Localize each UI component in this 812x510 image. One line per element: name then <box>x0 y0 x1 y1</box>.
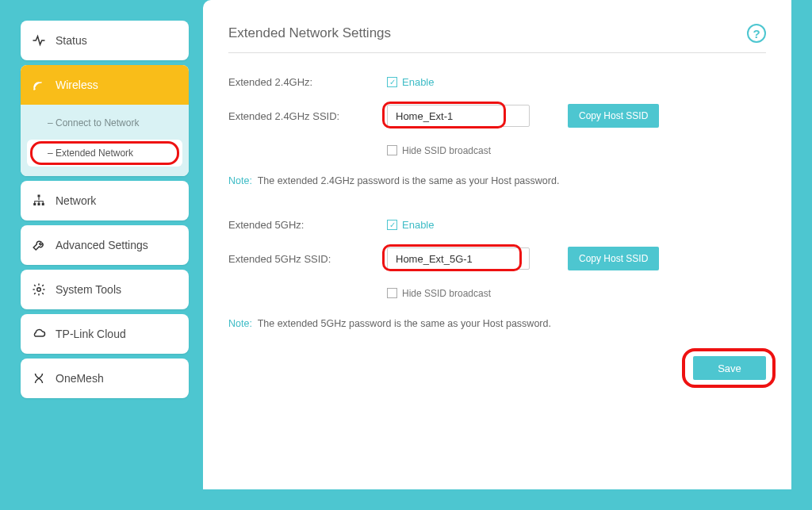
sidebar-subitems-wireless: – Connect to Network – Extended Network <box>21 105 189 176</box>
svg-rect-4 <box>42 203 44 205</box>
checkbox-hide-5[interactable]: ✓ Hide SSID broadcast <box>387 288 491 299</box>
check-icon: ✓ <box>387 145 397 155</box>
sidebar-label-system-tools: System Tools <box>56 283 121 296</box>
cloud-icon <box>32 327 46 341</box>
label-ssid-5: Extended 5GHz SSID: <box>228 253 387 265</box>
sidebar-label-cloud: TP-Link Cloud <box>56 328 126 340</box>
label-ssid-24: Extended 2.4GHz SSID: <box>228 110 387 122</box>
sidebar-item-system-tools[interactable]: System Tools <box>21 270 189 309</box>
page-title: Extended Network Settings <box>228 25 391 41</box>
checkbox-enable-24[interactable]: ✓ Enable <box>387 76 434 88</box>
section-24ghz: Extended 2.4GHz: ✓ Enable Extended 2.4GH… <box>228 71 766 186</box>
sidebar-item-status[interactable]: Status <box>21 21 189 60</box>
wrench-icon <box>32 238 46 252</box>
sidebar-label-wireless: Wireless <box>56 79 98 91</box>
sidebar-label-network: Network <box>56 194 96 207</box>
section-5ghz: Extended 5GHz: ✓ Enable Extended 5GHz SS… <box>228 213 766 329</box>
input-ssid-5[interactable] <box>387 247 530 270</box>
onemesh-icon <box>32 371 46 385</box>
sidebar-label-advanced: Advanced Settings <box>56 239 148 251</box>
svg-rect-2 <box>33 203 36 205</box>
sidebar-item-wireless: Wireless – Connect to Network – Extended… <box>21 65 189 176</box>
check-icon: ✓ <box>387 288 397 298</box>
sidebar-label-onemesh: OneMesh <box>56 372 104 385</box>
sidebar-row-wireless[interactable]: Wireless <box>21 65 189 105</box>
svg-point-5 <box>37 288 41 292</box>
status-icon <box>32 33 46 48</box>
input-ssid-24[interactable] <box>387 105 530 127</box>
sidebar-item-cloud[interactable]: TP-Link Cloud <box>21 314 189 354</box>
sidebar-item-onemesh[interactable]: OneMesh <box>21 359 189 398</box>
sidebar-sub-extended[interactable]: – Extended Network <box>27 140 182 167</box>
copy-host-ssid-5-button[interactable]: Copy Host SSID <box>568 247 659 270</box>
main-panel: Extended Network Settings ? Extended 2.4… <box>203 0 791 489</box>
sidebar: Status Wireless – Connect to Network – E… <box>21 0 189 489</box>
note-5: Note: The extended 5GHz password is the … <box>228 318 766 329</box>
note-24: Note: The extended 2.4GHz password is th… <box>228 175 766 186</box>
sidebar-item-advanced[interactable]: Advanced Settings <box>21 225 189 265</box>
checkbox-enable-5[interactable]: ✓ Enable <box>387 219 434 231</box>
network-icon <box>32 194 46 208</box>
sidebar-sub-connect[interactable]: – Connect to Network <box>21 109 189 136</box>
gear-icon <box>32 282 46 297</box>
label-ext-5: Extended 5GHz: <box>228 219 387 231</box>
checkbox-hide-24[interactable]: ✓ Hide SSID broadcast <box>387 145 491 156</box>
save-button[interactable]: Save <box>693 356 766 380</box>
copy-host-ssid-24-button[interactable]: Copy Host SSID <box>568 104 659 128</box>
help-icon[interactable]: ? <box>747 24 766 43</box>
sidebar-label-status: Status <box>56 34 87 47</box>
svg-rect-1 <box>38 195 40 197</box>
svg-rect-3 <box>38 203 40 205</box>
wifi-icon <box>32 78 46 92</box>
check-icon: ✓ <box>387 220 397 230</box>
svg-point-0 <box>34 88 36 90</box>
label-ext-24: Extended 2.4GHz: <box>228 76 387 88</box>
check-icon: ✓ <box>387 77 397 87</box>
sidebar-item-network[interactable]: Network <box>21 181 189 220</box>
